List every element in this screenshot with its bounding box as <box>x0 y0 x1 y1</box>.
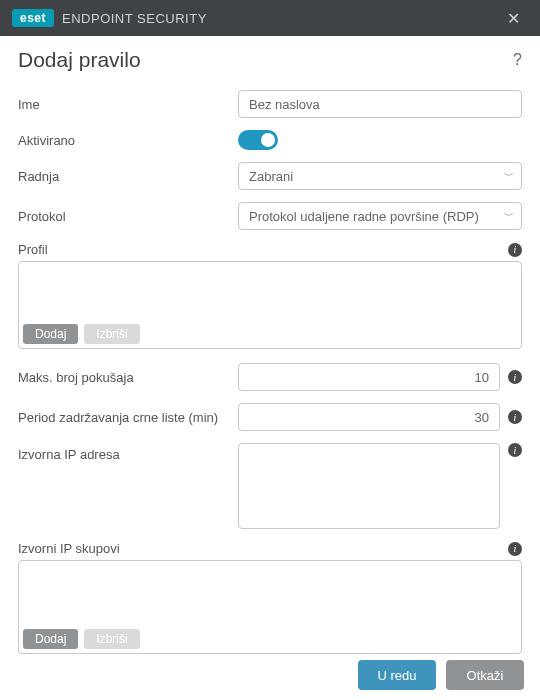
enabled-toggle[interactable] <box>238 130 278 150</box>
row-ipsets-label: Izvorni IP skupovi i <box>18 541 522 556</box>
source-ip-input[interactable] <box>238 443 500 529</box>
ok-button[interactable]: U redu <box>358 660 436 690</box>
row-blacklist-period: Period zadržavanja crne liste (min) i <box>18 403 522 431</box>
row-source-ip: Izvorna IP adresa i <box>18 443 522 529</box>
close-icon[interactable]: ✕ <box>499 5 528 32</box>
row-max-attempts: Maks. broj pokušaja i <box>18 363 522 391</box>
info-icon[interactable]: i <box>508 410 522 424</box>
label-name: Ime <box>18 97 238 112</box>
content: Dodaj pravilo ? Ime Aktivirano Radnja ﹀ … <box>0 36 540 654</box>
row-enabled: Aktivirano <box>18 130 522 150</box>
label-max-attempts: Maks. broj pokušaja <box>18 370 238 385</box>
blacklist-period-input[interactable] <box>238 403 500 431</box>
label-blacklist-period: Period zadržavanja crne liste (min) <box>18 410 238 425</box>
label-source-ip-sets: Izvorni IP skupovi <box>18 541 120 556</box>
label-source-ip: Izvorna IP adresa <box>18 443 238 462</box>
ipsets-add-button[interactable]: Dodaj <box>23 629 78 649</box>
row-action: Radnja ﹀ <box>18 162 522 190</box>
brand-name: ENDPOINT SECURITY <box>62 11 207 26</box>
label-action: Radnja <box>18 169 238 184</box>
toggle-knob <box>261 133 275 147</box>
ipsets-listbox[interactable]: Dodaj Izbriši <box>18 560 522 654</box>
profile-add-button[interactable]: Dodaj <box>23 324 78 344</box>
label-protocol: Protokol <box>18 209 238 224</box>
profile-list-area[interactable] <box>23 266 517 320</box>
row-protocol: Protokol ﹀ <box>18 202 522 230</box>
label-profile: Profil <box>18 242 48 257</box>
footer: U redu Otkaži <box>0 650 540 700</box>
label-enabled: Aktivirano <box>18 133 238 148</box>
header-row: Dodaj pravilo ? <box>18 48 522 72</box>
max-attempts-input[interactable] <box>238 363 500 391</box>
brand-logo: eset <box>12 9 54 27</box>
info-icon[interactable]: i <box>508 542 522 556</box>
info-icon[interactable]: i <box>508 443 522 457</box>
help-icon[interactable]: ? <box>513 51 522 69</box>
ipsets-delete-button[interactable]: Izbriši <box>84 629 139 649</box>
name-input[interactable] <box>238 90 522 118</box>
info-icon[interactable]: i <box>508 370 522 384</box>
profile-delete-button[interactable]: Izbriši <box>84 324 139 344</box>
page-title: Dodaj pravilo <box>18 48 141 72</box>
protocol-select[interactable] <box>238 202 522 230</box>
cancel-button[interactable]: Otkaži <box>446 660 524 690</box>
ipsets-list-area[interactable] <box>23 565 517 625</box>
info-icon[interactable]: i <box>508 243 522 257</box>
row-name: Ime <box>18 90 522 118</box>
action-select[interactable] <box>238 162 522 190</box>
titlebar: eset ENDPOINT SECURITY ✕ <box>0 0 540 36</box>
row-profile-label: Profil i <box>18 242 522 257</box>
profile-listbox[interactable]: Dodaj Izbriši <box>18 261 522 349</box>
